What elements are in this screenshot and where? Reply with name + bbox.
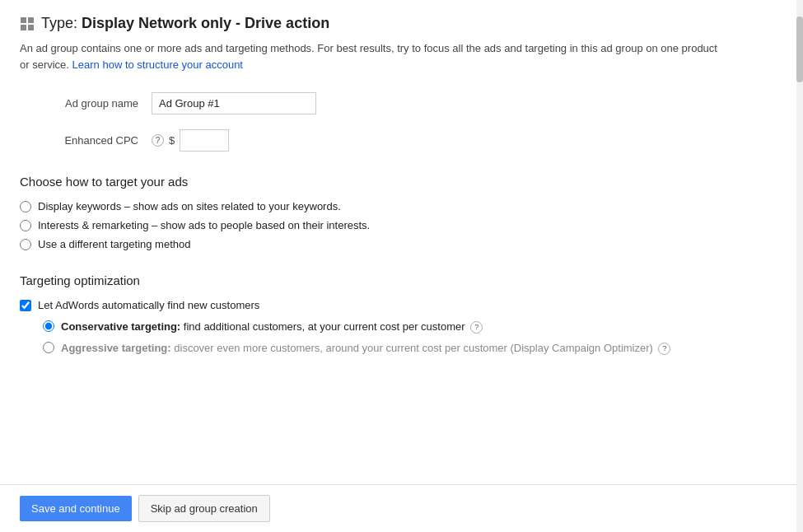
targeting-sub-options: Conservative targeting: find additional …	[43, 320, 783, 356]
page-description: An ad group contains one or more ads and…	[20, 40, 728, 72]
auto-customers-checkbox[interactable]	[20, 300, 31, 311]
targeting-option-keywords: Display keywords – show ads on sites rel…	[20, 200, 783, 212]
targeting-label-keywords[interactable]: Display keywords – show ads on sites rel…	[38, 200, 341, 212]
targeting-option-interests: Interests & remarketing – show ads to pe…	[20, 219, 783, 231]
aggressive-help-icon[interactable]: ?	[658, 343, 670, 355]
ad-group-form: Ad group name Enhanced CPC ? $	[20, 92, 783, 152]
svg-rect-3	[28, 25, 34, 30]
scrollbar-thumb[interactable]	[796, 16, 803, 82]
ad-group-name-label: Ad group name	[20, 97, 152, 110]
conservative-label[interactable]: Conservative targeting: find additional …	[61, 320, 483, 334]
aggressive-option: Aggressive targeting: discover even more…	[43, 341, 783, 356]
grid-icon	[20, 16, 35, 31]
enhanced-cpc-row: Enhanced CPC ? $	[20, 129, 783, 152]
enhanced-cpc-label: Enhanced CPC	[20, 134, 152, 147]
scrollbar[interactable]	[796, 0, 803, 532]
cpc-controls: ? $	[152, 129, 229, 152]
conservative-radio[interactable]	[43, 320, 54, 332]
optimization-section-title: Targeting optimization	[20, 273, 783, 287]
ad-group-name-input[interactable]	[152, 92, 316, 114]
aggressive-label[interactable]: Aggressive targeting: discover even more…	[61, 341, 670, 356]
dollar-sign: $	[169, 134, 175, 147]
svg-rect-0	[21, 17, 26, 23]
optimization-section: Targeting optimization Let AdWords autom…	[20, 273, 783, 356]
save-continue-button[interactable]: Save and continue	[20, 496, 132, 521]
conservative-option: Conservative targeting: find additional …	[43, 320, 783, 334]
targeting-section: Choose how to target your ads Display ke…	[20, 175, 783, 250]
conservative-help-icon[interactable]: ?	[470, 321, 483, 334]
svg-rect-2	[21, 25, 26, 30]
page-title: Type: Display Network only - Drive actio…	[41, 15, 329, 32]
cpc-help-icon[interactable]: ?	[152, 134, 164, 147]
targeting-radio-different[interactable]	[20, 239, 31, 250]
targeting-option-different: Use a different targeting method	[20, 238, 783, 250]
targeting-label-different[interactable]: Use a different targeting method	[38, 238, 191, 250]
targeting-radio-interests[interactable]	[20, 220, 31, 231]
targeting-section-title: Choose how to target your ads	[20, 175, 783, 189]
aggressive-radio[interactable]	[43, 342, 54, 353]
auto-customers-label[interactable]: Let AdWords automatically find new custo…	[38, 299, 259, 311]
cpc-input[interactable]	[180, 129, 229, 152]
learn-link[interactable]: Learn how to structure your account	[72, 58, 243, 71]
skip-ad-group-button[interactable]: Skip ad group creation	[138, 495, 270, 522]
targeting-radio-keywords[interactable]	[20, 201, 31, 212]
ad-group-name-row: Ad group name	[20, 92, 783, 114]
adwords-auto-checkbox-row: Let AdWords automatically find new custo…	[20, 299, 783, 311]
footer: Save and continue Skip ad group creation	[0, 484, 803, 532]
targeting-label-interests[interactable]: Interests & remarketing – show ads to pe…	[38, 219, 370, 231]
svg-rect-1	[28, 17, 34, 23]
